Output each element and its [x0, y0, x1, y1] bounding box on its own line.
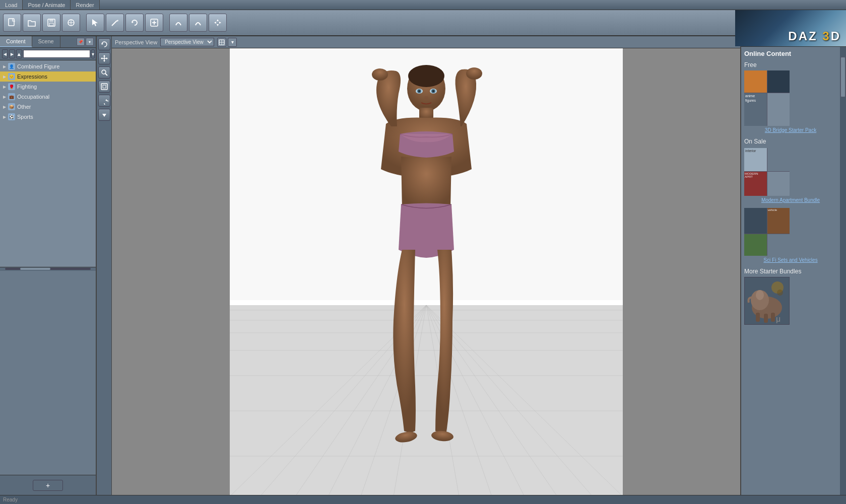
rotate-view-button[interactable] — [98, 38, 110, 50]
viewport-dropdown[interactable]: Perspective View Front View Top View — [160, 38, 214, 46]
pan-button[interactable] — [98, 52, 110, 64]
svg-marker-9 — [117, 20, 118, 22]
scroll-track — [5, 268, 91, 270]
viewport-icon1[interactable] — [217, 38, 226, 47]
tree-up-button[interactable]: ▲ — [16, 49, 22, 58]
tree-filter-button[interactable]: ▾ — [91, 49, 95, 58]
svg-point-76 — [777, 290, 783, 296]
oc-link-scifi[interactable]: Sci Fi Sets and Vehicles — [744, 257, 837, 263]
rotate2-button[interactable] — [98, 95, 110, 107]
svg-marker-22 — [103, 60, 105, 62]
svg-point-59 — [394, 430, 418, 444]
svg-marker-24 — [106, 57, 108, 59]
svg-marker-15 — [217, 24, 219, 26]
oc-item-apartment[interactable]: interior MODERNAPRT Modern Apartment Bun… — [744, 147, 837, 203]
bend-tool-button[interactable] — [169, 14, 187, 32]
svg-text:μ: μ — [776, 315, 780, 323]
panel-pin-button[interactable]: 📌 — [77, 38, 85, 46]
move-tool-button[interactable] — [209, 14, 227, 32]
chevron-icon: ▶ — [3, 95, 8, 99]
svg-marker-21 — [103, 55, 105, 56]
section-free: Free — [744, 61, 837, 68]
svg-marker-23 — [101, 57, 102, 59]
expressions-icon: 😊 — [8, 73, 15, 80]
status-bar: Ready — [0, 495, 846, 504]
tree-item-label: Expressions — [17, 74, 47, 80]
svg-marker-30 — [102, 114, 106, 117]
panel-tabs: Content Scene 📌 ▾ — [0, 36, 96, 48]
save-button[interactable] — [42, 14, 60, 32]
tree-item-expressions[interactable]: ▶ 😊 Expressions — [0, 71, 96, 82]
menu-bar: Load Pose / Animate Render — [0, 0, 846, 10]
svg-point-63 — [418, 90, 420, 92]
svg-rect-72 — [764, 314, 768, 323]
oc-link-3d-bridge[interactable]: 3D Bridge Starter Pack — [744, 127, 837, 133]
rotate-left-button[interactable] — [125, 14, 144, 32]
tree-item-occupational[interactable]: ▶ 💼 Occupational — [0, 92, 96, 102]
tree-item-label: Occupational — [17, 94, 49, 100]
add-node-button[interactable] — [145, 14, 163, 32]
tree-item-other[interactable]: ▶ 📦 Other — [0, 102, 96, 112]
panel-menu-button[interactable]: ▾ — [86, 38, 94, 46]
zoom-button[interactable] — [98, 66, 110, 79]
oc-item-scifi[interactable]: vehicle Sci Fi Sets and Vehicles — [744, 208, 837, 263]
oc-item-starter-bundle[interactable]: μ — [744, 277, 837, 326]
tree-back-button[interactable]: ◄ — [2, 49, 8, 58]
right-panel: New at DAZ Parameters 📌 ▾ Online Content… — [740, 36, 846, 495]
icon-toolbar: DAZ 3D — [0, 10, 846, 36]
tree-item-fighting[interactable]: ▶ 🥊 Fighting — [0, 82, 96, 92]
oc-link-apartment[interactable]: Modern Apartment Bundle — [744, 197, 837, 203]
svg-marker-14 — [217, 19, 219, 21]
tab-content[interactable]: Content — [0, 36, 32, 47]
svg-marker-18 — [102, 43, 103, 45]
menu-load[interactable]: Load — [0, 0, 23, 10]
main-content: Content Scene 📌 ▾ ◄ ► ▲ ▾ ⚙ ▶ 👤 Combined… — [0, 36, 846, 495]
scroll-thumb[interactable] — [840, 57, 845, 97]
chevron-icon: ▶ — [3, 85, 8, 89]
viewport-icon2[interactable]: ▾ — [228, 38, 237, 47]
viewport-canvas — [112, 48, 740, 495]
other-icon: 📦 — [8, 103, 15, 110]
svg-rect-73 — [771, 313, 775, 322]
menu-pose-animate[interactable]: Pose / Animate — [23, 0, 71, 10]
tree-forward-button[interactable]: ► — [9, 49, 15, 58]
down-arrow-button[interactable] — [98, 109, 110, 121]
add-button[interactable]: + — [33, 480, 63, 491]
oc-img-cell — [767, 148, 790, 171]
oc-img-cell — [767, 234, 790, 256]
oc-img-cell: MODERNAPRT — [744, 172, 767, 196]
figure-svg — [356, 58, 497, 446]
new-button[interactable] — [3, 14, 21, 32]
pencil-button[interactable] — [106, 14, 124, 32]
scroll-thumb[interactable] — [20, 268, 50, 270]
svg-rect-27 — [101, 84, 107, 90]
circle-tool-button[interactable] — [62, 14, 80, 32]
oc-img-cell — [744, 208, 767, 234]
open-button[interactable] — [23, 14, 41, 32]
svg-rect-2 — [49, 19, 53, 22]
oc-img-cell — [767, 70, 790, 93]
tab-scene[interactable]: Scene — [32, 36, 60, 47]
menu-render[interactable]: Render — [71, 0, 99, 10]
curve-right-button[interactable] — [189, 14, 207, 32]
select-tool-button[interactable] — [86, 14, 104, 32]
svg-point-66 — [432, 90, 434, 92]
oc-img-cell — [767, 93, 790, 126]
left-panel: Content Scene 📌 ▾ ◄ ► ▲ ▾ ⚙ ▶ 👤 Combined… — [0, 36, 97, 495]
tree-item-sports[interactable]: ▶ ⚽ Sports — [0, 112, 96, 122]
chevron-icon: ▶ — [3, 75, 8, 79]
section-on-sale: On Sale — [744, 138, 837, 145]
chevron-icon: ▶ — [3, 64, 8, 69]
left-tool-strip — [97, 36, 112, 495]
viewport: Perspective View Perspective View Front … — [112, 36, 740, 495]
tree-search-input[interactable] — [23, 50, 90, 58]
svg-line-26 — [105, 74, 107, 76]
frame-button[interactable] — [98, 81, 110, 93]
tree-item-combined-figure[interactable]: ▶ 👤 Combined Figure — [0, 61, 96, 71]
oc-item-3d-bridge[interactable]: anime figures 3D Bridge Starter Pack — [744, 70, 837, 133]
section-bundles: More Starter Bundles — [744, 268, 837, 275]
left-panel-scrollbar[interactable] — [0, 267, 96, 271]
right-scrollbar[interactable] — [840, 47, 846, 495]
svg-rect-3 — [49, 23, 53, 26]
bundle-image: μ — [745, 277, 789, 324]
